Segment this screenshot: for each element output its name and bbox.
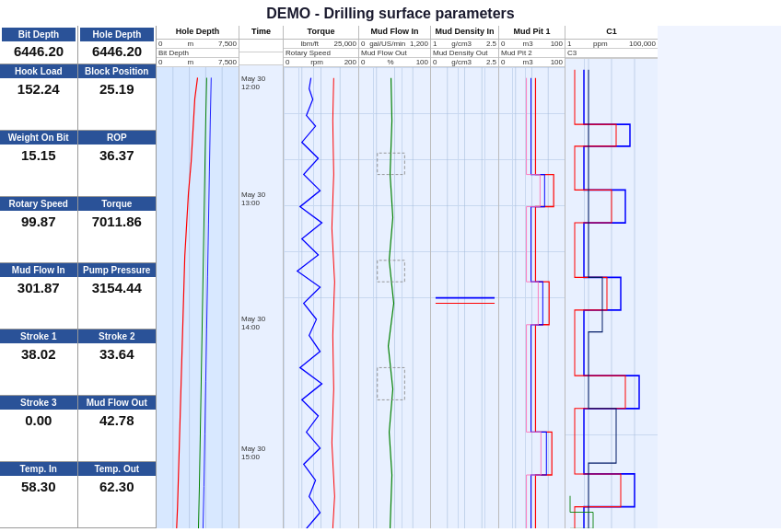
mud-flow-header: Mud Flow In <box>359 26 430 40</box>
param-cell-1: Block Position 25.19 <box>78 64 157 131</box>
param-value-2: 15.15 <box>0 145 77 166</box>
param-value-7: 3154.44 <box>78 277 157 298</box>
param-value-0: 152.24 <box>0 78 77 99</box>
param-cell-0: Hook Load 152.24 <box>0 64 78 131</box>
param-header-0: Hook Load <box>0 64 77 78</box>
param-value-4: 99.87 <box>0 211 77 232</box>
param-header-4: Rotary Speed <box>0 197 77 211</box>
hole-depth-label: Hole Depth <box>80 28 154 41</box>
time-label-1: May 3012:00 <box>241 75 265 91</box>
param-cell-6: Mud Flow In 301.87 <box>0 263 78 330</box>
torque-scale1: lbm/ft 25,000 <box>284 40 358 49</box>
c1-scale1: 1 ppm 100,000 <box>565 40 658 49</box>
param-cell-8: Stroke 1 38.02 <box>0 330 78 396</box>
param-header-6: Mud Flow In <box>0 263 77 277</box>
scale-unit: m <box>187 40 193 48</box>
time-panel: Time May 3012:00 May 3013:00 May 3014:00… <box>239 26 284 528</box>
scale2-min: 0 <box>158 58 162 66</box>
param-header-11: Mud Flow Out <box>78 396 157 410</box>
hole-depth-sublabel: Bit Depth <box>157 49 239 58</box>
param-cell-7: Pump Pressure 3154.44 <box>78 263 157 330</box>
mud-flow-scale2: 0 % 100 <box>359 58 430 67</box>
param-value-5: 7011.86 <box>78 211 157 232</box>
param-cell-10: Stroke 3 0.00 <box>0 396 78 462</box>
param-cell-11: Mud Flow Out 42.78 <box>78 396 157 462</box>
param-header-2: Weight On Bit <box>0 131 77 145</box>
torque-chart: Torque lbm/ft 25,000 Rotary Speed 0 rpm … <box>284 26 359 528</box>
main-title: DEMO - Drilling surface parameters <box>0 0 781 26</box>
mud-pit-header: Mud Pit 1 <box>499 26 565 40</box>
scale2-unit: m <box>187 58 193 66</box>
param-header-9: Stroke 2 <box>78 330 157 343</box>
param-value-13: 62.30 <box>78 476 157 497</box>
c1-header: C1 <box>565 26 658 40</box>
param-header-7: Pump Pressure <box>78 263 157 277</box>
mud-density-scale1: 1 g/cm3 2.5 <box>431 40 498 49</box>
torque-scale2: 0 rpm 200 <box>284 58 358 67</box>
torque-chart-body <box>284 67 358 528</box>
param-value-6: 301.87 <box>0 277 77 298</box>
param-cell-12: Temp. In 58.30 <box>0 462 78 528</box>
param-value-10: 0.00 <box>0 410 77 431</box>
hole-depth-scale2: 0 m 7,500 <box>157 58 239 67</box>
param-cell-3: ROP 36.37 <box>78 131 157 197</box>
mud-flow-scale1: 0 gal/US/min 1,200 <box>359 40 430 49</box>
mud-pit-scale2: 0 m3 100 <box>499 58 565 67</box>
torque-sublabel: Rotary Speed <box>284 49 358 58</box>
mud-density-chart: Mud Density In 1 g/cm3 2.5 Mud Density O… <box>431 26 499 528</box>
mud-pit-scale1: 0 m3 100 <box>499 40 565 49</box>
hole-depth-scale1: 0 m 7,500 <box>157 40 239 49</box>
time-body: May 3012:00 May 3013:00 May 3014:00 May … <box>239 65 283 528</box>
param-value-8: 38.02 <box>0 343 77 364</box>
param-value-1: 25.19 <box>78 78 157 99</box>
left-panel: Bit Depth 6446.20 Hole Depth 6446.20 Hoo… <box>0 26 157 528</box>
time-label-3: May 3014:00 <box>241 315 265 331</box>
bit-depth-cell: Bit Depth 6446.20 <box>0 26 78 64</box>
scale-min: 0 <box>158 40 162 48</box>
mud-pit-sublabel: Mud Pit 2 <box>499 49 565 58</box>
sub-label: Bit Depth <box>158 49 189 57</box>
mud-pit-chart-body <box>499 67 565 528</box>
bit-depth-label: Bit Depth <box>2 28 76 41</box>
scale2-max: 7,500 <box>218 58 237 66</box>
param-cell-13: Temp. Out 62.30 <box>78 462 157 528</box>
torque-header: Torque <box>284 26 358 40</box>
mud-density-header: Mud Density In <box>431 26 498 40</box>
c1-sublabel: C3 <box>565 49 658 58</box>
param-header-5: Torque <box>78 197 157 211</box>
param-header-3: ROP <box>78 131 157 145</box>
mud-flow-chart: Mud Flow In 0 gal/US/min 1,200 Mud Flow … <box>359 26 431 528</box>
param-header-8: Stroke 1 <box>0 330 77 343</box>
hole-depth-value: 6446.20 <box>80 41 154 62</box>
param-value-9: 33.64 <box>78 343 157 364</box>
param-header-1: Block Position <box>78 64 157 78</box>
param-cell-4: Rotary Speed 99.87 <box>0 197 78 263</box>
param-value-3: 36.37 <box>78 145 157 166</box>
param-header-10: Stroke 3 <box>0 396 77 410</box>
hole-depth-cell: Hole Depth 6446.20 <box>78 26 156 64</box>
param-header-13: Temp. Out <box>78 462 157 476</box>
bit-depth-value: 6446.20 <box>2 41 76 62</box>
scale-max: 7,500 <box>218 40 237 48</box>
mud-flow-chart-body <box>359 67 430 528</box>
param-grid: Hook Load 152.24 Block Position 25.19 We… <box>0 64 156 528</box>
hole-depth-chart-header: Hole Depth <box>157 26 239 40</box>
time-label-4: May 3015:00 <box>241 445 265 461</box>
time-header: Time <box>239 26 283 40</box>
hole-depth-chart-body <box>157 67 239 528</box>
mud-density-scale2: 0 g/cm3 2.5 <box>431 58 498 67</box>
mud-density-chart-body <box>431 67 498 528</box>
param-header-12: Temp. In <box>0 462 77 476</box>
charts-area: Hole Depth 0 m 7,500 Bit Depth 0 m 7,500 <box>157 26 781 528</box>
mud-pit-chart: Mud Pit 1 0 m3 100 Mud Pit 2 0 m3 100 <box>499 26 565 528</box>
mud-density-sublabel: Mud Density Out <box>431 49 498 58</box>
mud-flow-sublabel: Mud Flow Out <box>359 49 430 58</box>
param-cell-9: Stroke 2 33.64 <box>78 330 157 396</box>
c1-chart-body <box>565 59 658 528</box>
param-cell-5: Torque 7011.86 <box>78 197 157 263</box>
param-value-11: 42.78 <box>78 410 157 431</box>
param-value-12: 58.30 <box>0 476 77 497</box>
time-label-2: May 3013:00 <box>241 191 265 207</box>
hole-depth-chart: Hole Depth 0 m 7,500 Bit Depth 0 m 7,500 <box>157 26 239 528</box>
depth-row: Bit Depth 6446.20 Hole Depth 6446.20 <box>0 26 156 64</box>
